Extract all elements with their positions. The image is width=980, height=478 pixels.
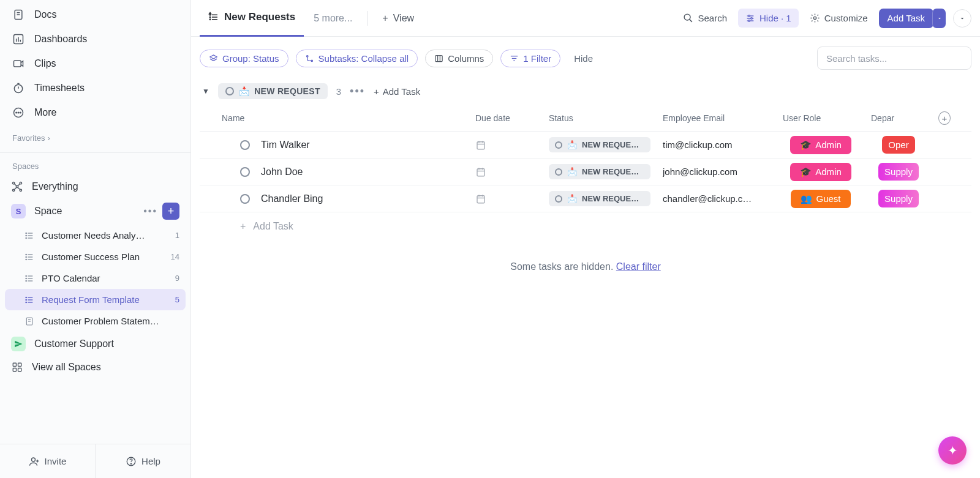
- group-add-label: Add Task: [383, 86, 420, 97]
- group-menu-button[interactable]: •••: [350, 85, 365, 98]
- clear-filter-link[interactable]: Clear filter: [616, 261, 661, 272]
- svg-rect-52: [18, 363, 21, 366]
- customer-support-space[interactable]: Customer Support: [0, 332, 190, 356]
- nav-docs[interactable]: Docs: [0, 2, 190, 27]
- filter-pill[interactable]: 1 Filter: [500, 50, 560, 67]
- help-icon: [126, 456, 137, 467]
- email-text: tim@clickup.com: [663, 140, 733, 150]
- svg-point-18: [13, 189, 15, 191]
- status-pill[interactable]: 📩NEW REQUE…: [549, 137, 650, 152]
- add-view-button[interactable]: + View: [375, 13, 421, 24]
- hide-label: Hide · 1: [760, 13, 791, 23]
- svg-point-15: [16, 185, 18, 187]
- search-button[interactable]: Search: [676, 9, 734, 28]
- status-pill[interactable]: 📩NEW REQUE…: [549, 191, 650, 206]
- col-name[interactable]: Name: [200, 113, 469, 123]
- space-item[interactable]: S Space ••• +: [0, 198, 190, 225]
- status-circle-icon[interactable]: [240, 167, 250, 177]
- calendar-icon[interactable]: [475, 140, 486, 151]
- dept-badge[interactable]: Oper: [882, 136, 914, 154]
- search-tasks-input[interactable]: [817, 47, 971, 70]
- list-item[interactable]: Customer Success Plan14: [0, 246, 190, 267]
- everything-item[interactable]: Everything: [0, 176, 190, 198]
- invite-button[interactable]: Invite: [0, 444, 96, 478]
- nav-label: Clips: [34, 58, 56, 69]
- group-label: Group: Status: [222, 53, 279, 64]
- hide-toggle[interactable]: Hide: [574, 53, 593, 64]
- timer-icon: [12, 82, 24, 94]
- svg-point-33: [26, 254, 26, 255]
- col-dept[interactable]: Depar: [865, 113, 932, 123]
- svg-point-29: [26, 237, 26, 238]
- invite-icon: [29, 456, 40, 467]
- list-pinned-icon: [208, 12, 219, 23]
- dept-badge[interactable]: Supply: [878, 190, 919, 207]
- group-add-task[interactable]: + Add Task: [374, 86, 420, 97]
- columns-pill[interactable]: Columns: [425, 50, 493, 67]
- nav-more[interactable]: More: [0, 100, 190, 125]
- list-item[interactable]: Request Form Template5: [5, 289, 186, 310]
- svg-point-35: [26, 259, 26, 260]
- subtasks-pill[interactable]: Subtasks: Collapse all: [296, 50, 418, 67]
- list-item[interactable]: Customer Needs Analy…1: [0, 225, 190, 246]
- role-badge[interactable]: 🎓Admin: [790, 136, 851, 154]
- role-badge[interactable]: 👥Guest: [791, 190, 850, 208]
- task-name: John Doe: [261, 166, 303, 177]
- table-row[interactable]: Chandler Bing📩NEW REQUE…chandler@clickup…: [200, 185, 971, 212]
- table-row[interactable]: Tim Walker📩NEW REQUE…tim@clickup.com🎓Adm…: [200, 132, 971, 159]
- dots-icon[interactable]: •••: [143, 206, 157, 217]
- group-pill[interactable]: Group: Status: [200, 50, 288, 67]
- group-count: 3: [336, 86, 341, 97]
- calendar-icon[interactable]: [475, 193, 486, 204]
- nav-clips[interactable]: Clips: [0, 51, 190, 76]
- add-task-row[interactable]: + Add Task: [200, 212, 971, 241]
- add-task-button[interactable]: Add Task: [879, 9, 933, 28]
- plus-icon: +: [240, 221, 246, 232]
- chevron-down-icon[interactable]: ▼: [202, 87, 209, 95]
- ai-fab-button[interactable]: ✦: [938, 436, 967, 465]
- col-due[interactable]: Due date: [469, 113, 543, 123]
- group-badge[interactable]: 📩 NEW REQUEST: [218, 83, 328, 99]
- svg-point-73: [748, 20, 750, 21]
- content: ▼ 📩 NEW REQUEST 3 ••• + Add Task Name Du…: [191, 80, 980, 285]
- col-role[interactable]: User Role: [777, 113, 865, 123]
- add-space-button[interactable]: +: [162, 203, 179, 220]
- svg-rect-51: [13, 363, 16, 366]
- subtask-icon: [305, 54, 314, 63]
- calendar-icon[interactable]: [475, 166, 486, 177]
- svg-point-13: [18, 112, 19, 113]
- list-item[interactable]: Customer Problem Statem…: [0, 310, 190, 332]
- spaces-label: Spaces: [12, 162, 39, 171]
- list-item[interactable]: PTO Calendar9: [0, 267, 190, 289]
- nav-label: More: [34, 107, 56, 118]
- nav-label: Dashboards: [34, 34, 87, 45]
- role-badge[interactable]: 🎓Admin: [790, 163, 851, 181]
- dept-badge[interactable]: Supply: [878, 163, 919, 181]
- view-all-label: View all Spaces: [32, 362, 101, 373]
- status-circle-icon: [225, 87, 234, 95]
- help-button[interactable]: Help: [96, 444, 190, 478]
- col-status[interactable]: Status: [543, 113, 657, 123]
- tab-new-requests[interactable]: New Requests: [200, 0, 304, 37]
- table-row[interactable]: John Doe📩NEW REQUE…john@clickup.com🎓Admi…: [200, 159, 971, 185]
- tabs-more[interactable]: 5 more...: [306, 13, 360, 24]
- expand-button[interactable]: [953, 9, 971, 28]
- svg-point-41: [26, 280, 26, 281]
- status-circle-icon[interactable]: [240, 194, 250, 204]
- favorites-section[interactable]: Favorites ›: [0, 125, 190, 148]
- list-name: PTO Calendar: [42, 273, 168, 283]
- sliders-icon: [745, 13, 755, 23]
- nav-timesheets[interactable]: Timesheets: [0, 76, 190, 100]
- svg-point-47: [26, 302, 26, 302]
- status-pill[interactable]: 📩NEW REQUE…: [549, 164, 650, 179]
- status-circle-icon[interactable]: [240, 140, 250, 150]
- hide-button[interactable]: Hide · 1: [738, 9, 799, 28]
- add-column[interactable]: +: [932, 111, 957, 125]
- customize-button[interactable]: Customize: [802, 9, 875, 28]
- columns-label: Columns: [448, 53, 484, 64]
- col-email[interactable]: Employee Email: [657, 113, 777, 123]
- view-all-spaces[interactable]: View all Spaces: [0, 356, 190, 378]
- nav-dashboards[interactable]: Dashboards: [0, 27, 190, 51]
- svg-point-16: [13, 182, 15, 184]
- add-task-dropdown[interactable]: [932, 9, 946, 28]
